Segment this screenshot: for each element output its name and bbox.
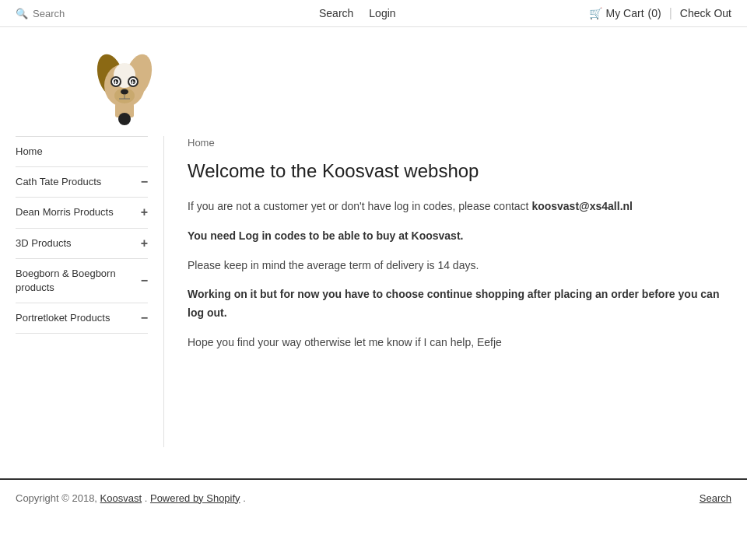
cart-area: 🛒 My Cart (0) | Check Out [589,6,731,20]
svg-point-18 [118,113,131,125]
main-layout: Home Cath Tate Products − Dean Morris Pr… [0,136,747,447]
logo-area: + + [0,27,747,136]
svg-point-13 [121,89,128,95]
sidebar-item-dean-morris-icon: + [141,205,148,219]
footer-copyright: Copyright © 2018, Koosvast . Powered by … [16,492,246,504]
svg-text:+: + [131,79,135,86]
top-nav: Search Login [319,7,396,19]
working-on-it-text: Working on it but for now you have to ch… [188,285,731,323]
checkout-link[interactable]: Check Out [680,7,731,19]
sidebar-item-cath-tate-label: Cath Tate Products [16,175,101,189]
footer-right: Search [700,492,731,504]
sidebar-item-portretloket-label: Portretloket Products [16,311,110,325]
sidebar-item-dean-morris-label: Dean Morris Products [16,205,114,219]
search-input[interactable] [33,8,126,19]
footer-copyright-text: Copyright © 2018, [16,492,97,504]
sidebar-item-home-label: Home [16,145,43,159]
sidebar-item-3d-products[interactable]: 3D Products + [16,229,148,259]
sidebar-item-dean-morris[interactable]: Dean Morris Products + [16,198,148,228]
sidebar-item-boegborn-label: Boegborn & Boegborn products [16,267,141,295]
sidebar-item-portretloket[interactable]: Portretloket Products − [16,303,148,334]
sidebar-item-boegborn-icon: − [141,274,148,288]
sidebar-item-3d-label: 3D Products [16,236,72,250]
footer-separator: . [145,492,148,504]
footer-period: . [243,492,246,504]
sidebar-item-cath-tate-icon: − [141,175,148,189]
search-area: 🔍 [16,8,126,19]
top-bar: 🔍 Search Login 🛒 My Cart (0) | Check Out [0,0,747,27]
delivery-text: Please keep in mind the average term of … [188,257,731,275]
logo[interactable]: + + [93,43,156,128]
email-link[interactable]: koosvast@xs4all.nl [531,200,633,212]
sidebar-item-cath-tate[interactable]: Cath Tate Products − [16,167,148,198]
breadcrumb-home[interactable]: Home [188,137,215,149]
logo-svg: + + [93,43,156,128]
sidebar-item-3d-icon: + [141,236,148,250]
sidebar-item-home[interactable]: Home [16,136,148,167]
sidebar-item-boegborn[interactable]: Boegborn & Boegborn products − [16,259,148,303]
sidebar: Home Cath Tate Products − Dean Morris Pr… [16,136,163,447]
footer-powered-link[interactable]: Powered by Shopify [150,492,240,504]
svg-text:+: + [114,79,117,86]
cart-icon: 🛒 [589,7,602,19]
login-link[interactable]: Login [369,7,395,19]
footer-brand-link[interactable]: Koosvast [100,492,142,504]
page-title: Welcome to the Koosvast webshop [188,160,731,182]
breadcrumb: Home [188,136,731,149]
hope-text: Hope you find your way otherwise let me … [188,334,731,352]
search-link[interactable]: Search [319,7,353,19]
footer-search-link[interactable]: Search [700,492,731,504]
content-area: Home Welcome to the Koosvast webshop If … [163,136,731,447]
footer: Copyright © 2018, Koosvast . Powered by … [0,478,747,516]
cart-label: My Cart [606,7,644,19]
login-required-text: You need Log in codes to be able to buy … [188,227,731,246]
search-icon-small: 🔍 [16,8,28,19]
sidebar-item-portretloket-icon: − [141,311,148,325]
cart-link[interactable]: 🛒 My Cart (0) [589,7,661,19]
intro-text: If you are not a customer yet or don't h… [188,198,731,216]
cart-count: (0) [648,7,661,19]
divider: | [669,6,672,20]
